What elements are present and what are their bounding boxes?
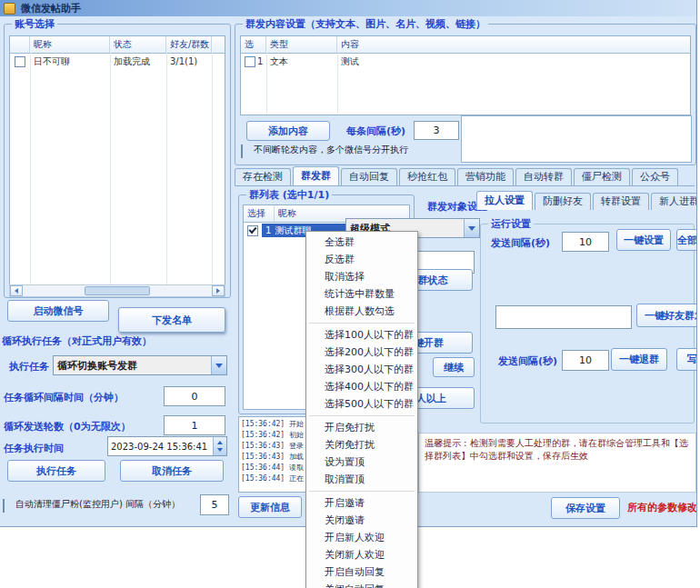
account-row[interactable]: 日不可聊 加载完成 3/1(1) xyxy=(10,54,225,69)
accounts-col-extra xyxy=(212,36,225,53)
account-nickname: 日不可聊 xyxy=(30,55,110,68)
tab-auto-transfer[interactable]: 自动转群 xyxy=(515,168,572,185)
menu-item-under-100[interactable]: 选择100人以下的群 xyxy=(306,326,417,344)
tab-transfer-setting[interactable]: 转群设置 xyxy=(593,193,649,210)
menu-separator xyxy=(309,323,415,324)
account-counts: 3/1(1) xyxy=(166,56,212,66)
title-bar[interactable]: 微信发帖助手 xyxy=(0,0,696,16)
menu-item-pin-off[interactable]: 取消置顶 xyxy=(306,471,417,488)
accounts-h-scrollbar[interactable] xyxy=(9,284,225,297)
content-col-type[interactable]: 类型 xyxy=(266,36,337,53)
menu-item-mute-on[interactable]: 开启免打扰 xyxy=(306,419,417,436)
send-gap-input-1[interactable]: 10 xyxy=(562,232,609,252)
content-col-content[interactable]: 内容 xyxy=(337,36,690,53)
menu-item-count-selected[interactable]: 统计选中群数量 xyxy=(306,285,417,303)
tab-red-packet[interactable]: 秒抢红包 xyxy=(399,168,455,185)
tab-exist-check[interactable]: 存在检测 xyxy=(235,168,291,185)
grid-line xyxy=(166,53,167,284)
task-time-value: 2023-09-24 15:36:41 xyxy=(108,442,213,452)
tab-panel-border xyxy=(235,185,695,186)
continue-button[interactable]: 继续 xyxy=(433,357,475,377)
menu-item-autoreply-on[interactable]: 开启自动回复 xyxy=(306,563,417,581)
oneclick-set-button[interactable]: 一键设置 xyxy=(616,229,671,251)
menu-item-under-200[interactable]: 选择200人以下的群 xyxy=(306,344,417,361)
accounts-col-counts[interactable]: 好友/群数 xyxy=(166,36,212,53)
tab-auto-reply[interactable]: 自动回复 xyxy=(341,168,397,185)
grouplist-title: 群列表 (选中1/1) xyxy=(246,188,332,202)
export-list-button[interactable]: 下发名单 xyxy=(118,307,225,333)
menu-item-under-300[interactable]: 选择300人以下的群 xyxy=(306,361,417,378)
menu-item-select-by-size[interactable]: 根据群人数勾选 xyxy=(306,303,417,320)
send-gap-label-2: 发送间隔(秒) xyxy=(498,354,557,368)
menu-item-welcome-on[interactable]: 开启新人欢迎 xyxy=(306,529,417,546)
loop-task-title: 循环执行任务（对正式用户有效） xyxy=(2,334,152,348)
scroll-left-arrow-icon[interactable] xyxy=(10,285,23,296)
menu-item-select-all[interactable]: 全选群 xyxy=(306,234,417,251)
account-status: 加载完成 xyxy=(110,55,166,68)
accounts-col-status[interactable]: 状态 xyxy=(110,36,166,53)
run-task-button[interactable]: 执行任务 xyxy=(7,460,105,482)
add-content-button[interactable]: 添加内容 xyxy=(246,121,330,141)
grid-line xyxy=(110,53,111,284)
save-settings-button[interactable]: 保存设置 xyxy=(551,497,620,519)
rounds-input[interactable]: 1 xyxy=(164,415,225,435)
exec-task-combobox[interactable]: 循环切换账号发群 xyxy=(53,355,227,375)
menu-item-mute-off[interactable]: 关闭免打扰 xyxy=(306,436,417,453)
spinner-icon[interactable] xyxy=(213,437,226,455)
menu-item-pin-on[interactable]: 设为置顶 xyxy=(306,453,417,471)
accounts-group-title: 账号选择 xyxy=(12,17,57,31)
accounts-col-check xyxy=(10,36,30,53)
menu-item-under-400[interactable]: 选择400人以下的群 xyxy=(306,378,417,395)
send-gap-input-2[interactable]: 10 xyxy=(562,350,609,371)
account-checkbox[interactable] xyxy=(15,56,25,67)
chevron-down-icon[interactable] xyxy=(464,219,479,237)
oneclick-friend-send-button[interactable]: 一键好友群发 xyxy=(636,304,697,327)
auto-clean-input[interactable]: 5 xyxy=(200,494,229,515)
tab-marketing[interactable]: 营销功能 xyxy=(457,168,514,185)
grid-line xyxy=(337,53,338,114)
cancel-task-button[interactable]: 取消任务 xyxy=(120,460,224,482)
update-info-button[interactable]: 更新信息 xyxy=(238,496,302,518)
scroll-right-arrow-icon[interactable] xyxy=(212,285,225,296)
tab-zombie-check[interactable]: 僵尸检测 xyxy=(574,168,630,185)
loop-send-checkbox[interactable] xyxy=(241,145,243,158)
context-menu: 全选群 反选群 取消选择 统计选中群数量 根据群人数勾选 选择100人以下的群 … xyxy=(305,231,418,588)
menu-item-invert-select[interactable]: 反选群 xyxy=(306,251,417,268)
tab-official-account[interactable]: 公众号 xyxy=(632,168,678,185)
oneclick-quit-button[interactable]: 一键退群 xyxy=(611,348,667,371)
gap-input[interactable]: 3 xyxy=(414,121,459,140)
tab-invite-setting[interactable]: 拉人设置 xyxy=(476,191,533,210)
tab-group-send[interactable]: 群发群 xyxy=(293,166,339,185)
auto-clean-checkbox[interactable] xyxy=(3,499,5,513)
keyword-input[interactable] xyxy=(495,305,632,329)
menu-item-clear-select[interactable]: 取消选择 xyxy=(306,268,417,285)
content-table-header: 选 类型 内容 xyxy=(241,36,690,54)
accounts-col-nickname[interactable]: 昵称 xyxy=(30,36,110,53)
edge-cut-button[interactable]: 写上 xyxy=(676,348,697,371)
task-time-picker[interactable]: 2023-09-24 15:36:41 xyxy=(107,436,227,456)
scrollbar-thumb[interactable] xyxy=(85,286,150,295)
chevron-down-icon[interactable] xyxy=(211,356,226,374)
content-row[interactable]: 1 文本 测试 xyxy=(241,54,690,69)
group-row-checkbox[interactable] xyxy=(247,225,258,236)
all-set-button[interactable]: 全部设置 xyxy=(676,229,697,251)
content-row-type: 文本 xyxy=(266,55,337,68)
notice-text: 温馨提示：检测到需要人工处理的群，请在群综合管理工具和【选择群列表】中勾选群和设… xyxy=(425,438,688,461)
tab-newcomer[interactable]: 新人进群 xyxy=(651,193,697,210)
start-wechat-button[interactable]: 启动微信号 xyxy=(7,300,109,322)
interval-input[interactable]: 0 xyxy=(164,386,225,406)
menu-item-welcome-off[interactable]: 关闭新人欢迎 xyxy=(306,546,417,563)
menu-item-invite-on[interactable]: 开启邀请 xyxy=(306,494,417,512)
accounts-table[interactable]: 昵称 状态 好友/群数 日不可聊 加载完成 3/1(1) xyxy=(9,35,225,286)
content-preview-box[interactable] xyxy=(461,115,692,163)
app-icon xyxy=(4,3,15,15)
content-row-checkbox[interactable] xyxy=(245,56,255,67)
grid-line xyxy=(266,53,267,114)
menu-item-under-500[interactable]: 选择500人以下的群 xyxy=(306,395,417,413)
menu-item-invite-off[interactable]: 关闭邀请 xyxy=(306,512,417,529)
menu-item-autoreply-off[interactable]: 关闭自动回复 xyxy=(306,581,417,588)
grouplist-col-select[interactable]: 选择 xyxy=(244,205,275,222)
tab-anti-delete[interactable]: 防删好友 xyxy=(535,193,591,210)
content-col-select[interactable]: 选 xyxy=(241,36,266,53)
content-table[interactable]: 选 类型 内容 1 文本 测试 xyxy=(240,35,691,115)
